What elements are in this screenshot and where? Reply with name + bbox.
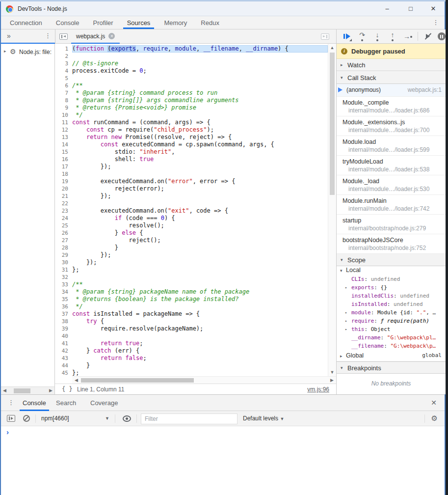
code-line[interactable]: 3// @ts-ignore: [55, 60, 328, 67]
scroll-left-icon[interactable]: ◀: [75, 378, 78, 383]
code-line[interactable]: 43 return false;: [55, 355, 328, 362]
line-number[interactable]: 28: [55, 244, 72, 251]
pause-on-exceptions-icon[interactable]: [438, 32, 446, 40]
scope-section-header[interactable]: ▾ Scope: [337, 254, 446, 266]
pretty-print-icon[interactable]: { }: [62, 385, 73, 392]
chevron-right-icon[interactable]: ▸: [4, 49, 6, 54]
scroll-right-icon[interactable]: ▶: [49, 388, 53, 393]
code-line[interactable]: 20 reject(error);: [55, 185, 328, 192]
line-number[interactable]: 5: [55, 75, 72, 82]
console-sidebar-icon[interactable]: [7, 415, 15, 422]
code-line[interactable]: 29 });: [55, 251, 328, 259]
tab-connection[interactable]: Connection: [9, 16, 43, 29]
code-line[interactable]: 2: [55, 53, 328, 60]
editor-vertical-scrollbar[interactable]: ▲ ▼: [328, 44, 336, 376]
code-line[interactable]: 21 });: [55, 192, 328, 200]
line-number[interactable]: 24: [55, 215, 72, 222]
deactivate-breakpoints-icon[interactable]: [422, 31, 433, 41]
code-line[interactable]: 9 * @returns {Promise<void>} promise: [55, 104, 328, 111]
line-number[interactable]: 42: [55, 347, 72, 355]
breakpoints-section-header[interactable]: ▾ Breakpoints: [337, 361, 446, 374]
line-number[interactable]: 39: [55, 325, 72, 332]
call-stack-frame[interactable]: bootstrapNodeJSCoreinternal/bootstrap/no…: [337, 234, 446, 254]
line-number[interactable]: 43: [55, 355, 72, 362]
code-line[interactable]: 31};: [55, 266, 328, 274]
line-number[interactable]: 25: [55, 222, 72, 229]
line-number[interactable]: 4: [55, 67, 72, 75]
code-line[interactable]: 40: [55, 332, 328, 340]
drawer-tab-search[interactable]: Search: [55, 395, 77, 411]
scope-entry[interactable]: ▸module: Module {id: ".", …: [337, 308, 446, 317]
live-expression-eye-icon[interactable]: [123, 415, 131, 422]
code-line[interactable]: 42 } catch (err) {: [55, 347, 328, 355]
line-number[interactable]: 44: [55, 362, 72, 369]
scrollbar-thumb[interactable]: [330, 53, 335, 195]
close-button[interactable]: ✕: [425, 1, 442, 16]
line-number[interactable]: 36: [55, 303, 72, 310]
line-number[interactable]: 16: [55, 156, 72, 163]
code-line[interactable]: 16 shell: true: [55, 156, 328, 163]
console-prompt[interactable]: ›: [1, 426, 445, 439]
line-number[interactable]: 14: [55, 141, 72, 148]
step-into-icon[interactable]: ↓: [372, 31, 383, 41]
scrollbar-thumb[interactable]: [14, 388, 30, 393]
line-number[interactable]: 22: [55, 200, 72, 207]
code-viewport[interactable]: 1(function (exports, require, module, __…: [55, 45, 328, 376]
drawer-menu-icon[interactable]: ⋮: [8, 399, 14, 406]
call-stack-frame[interactable]: Module.loadinternal/module…/loader.js:59…: [337, 136, 446, 156]
next-tab-icon[interactable]: [321, 33, 329, 40]
line-number[interactable]: 3: [55, 60, 72, 67]
source-tab-webpack[interactable]: webpack.js ×: [71, 29, 120, 44]
code-line[interactable]: 41 return true;: [55, 340, 328, 347]
minimize-button[interactable]: –: [379, 1, 395, 16]
line-number[interactable]: 29: [55, 251, 72, 259]
code-line[interactable]: 36 */: [55, 303, 328, 310]
chevron-right-icon[interactable]: ▸: [345, 283, 347, 292]
line-number[interactable]: 38: [55, 318, 72, 325]
navigator-menu-icon[interactable]: ⋮: [45, 32, 51, 39]
chevron-right-icon[interactable]: ▸: [345, 325, 347, 333]
code-line[interactable]: 4process.exitCode = 0;: [55, 67, 328, 75]
call-stack-frame[interactable]: startupinternal/bootstrap/node.js:279: [337, 215, 446, 234]
line-number[interactable]: 18: [55, 170, 72, 178]
code-line[interactable]: 39 require.resolve(packageName);: [55, 325, 328, 332]
code-line[interactable]: 11const runCommand = (command, args) => …: [55, 119, 328, 126]
editor-horizontal-scrollbar[interactable]: ◀ ▶: [72, 376, 336, 384]
code-line[interactable]: 5: [55, 75, 328, 82]
call-stack-section-header[interactable]: ▾ Call Stack: [337, 72, 446, 84]
devtools-menu-icon[interactable]: ⋮: [431, 18, 441, 28]
scope-entry[interactable]: ▸exports: {}: [337, 283, 446, 292]
code-line[interactable]: 30 });: [55, 259, 328, 266]
scope-global-header[interactable]: ▸ Global global: [337, 350, 446, 361]
line-number[interactable]: 10: [55, 111, 72, 119]
line-number[interactable]: 30: [55, 259, 72, 266]
clear-console-icon[interactable]: [23, 415, 30, 422]
hide-navigator-icon[interactable]: [59, 33, 68, 40]
line-number[interactable]: 32: [55, 274, 72, 281]
watch-section-header[interactable]: ▸ Watch: [337, 59, 446, 71]
step-icon[interactable]: →: [402, 31, 413, 41]
code-line[interactable]: 25 resolve();: [55, 222, 328, 229]
code-line[interactable]: 14 const executedCommand = cp.spawn(comm…: [55, 141, 328, 148]
code-line[interactable]: 12 const cp = require("child_process");: [55, 126, 328, 134]
call-stack-frame[interactable]: Module._compileinternal/module…/loader.j…: [337, 97, 446, 116]
call-stack-frame[interactable]: (anonymous)webpack.js:1: [337, 84, 446, 97]
drawer-tab-console[interactable]: Console: [22, 395, 47, 411]
code-line[interactable]: 7 * @param {string} command process to r…: [55, 89, 328, 97]
navigator-horizontal-scrollbar[interactable]: ◀ ▶: [1, 386, 54, 394]
line-number[interactable]: 41: [55, 340, 72, 347]
chevron-down-icon[interactable]: ▼: [105, 416, 109, 421]
tab-memory[interactable]: Memory: [163, 16, 188, 29]
code-line[interactable]: 33/**: [55, 281, 328, 288]
line-number[interactable]: 37: [55, 310, 72, 318]
line-number[interactable]: 31: [55, 266, 72, 274]
console-settings-gear-icon[interactable]: ⚙: [431, 414, 438, 423]
navigator-tree-item[interactable]: ▸ ⚙ Node.js: file:: [1, 48, 55, 56]
maximize-button[interactable]: □: [402, 1, 419, 16]
code-line[interactable]: 35 * @returns {boolean} is the package i…: [55, 296, 328, 303]
tab-close-icon[interactable]: ×: [108, 33, 115, 39]
step-over-icon[interactable]: ↷: [357, 31, 368, 41]
scope-local-header[interactable]: ▾ Local: [337, 266, 446, 275]
line-number[interactable]: 23: [55, 207, 72, 215]
code-line[interactable]: 34 * @param {string} packageName name of…: [55, 288, 328, 296]
